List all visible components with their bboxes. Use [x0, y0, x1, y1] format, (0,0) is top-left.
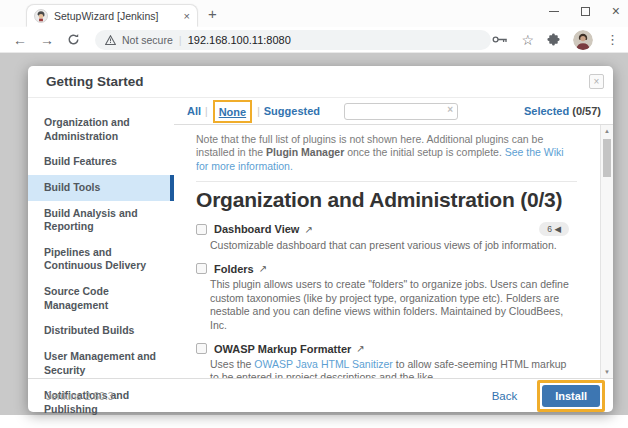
sidebar-item-organization-and-administration[interactable]: Organization and Administration — [28, 110, 174, 149]
owasp-sanitizer-link[interactable]: OWASP Java HTML Sanitizer — [254, 358, 392, 370]
sidebar-item-source-code-management[interactable]: Source Code Management — [28, 279, 174, 318]
window-maximize-button[interactable] — [581, 7, 590, 16]
plugin-search-input[interactable] — [344, 103, 458, 120]
select-all-link[interactable]: All — [187, 105, 201, 117]
filter-bar: All | None | Suggested × Selected — [174, 98, 613, 125]
address-bar[interactable]: Not secure | 192.168.100.11:8080 — [95, 30, 491, 50]
back-button[interactable]: Back — [492, 390, 518, 402]
sidebar-item-pipelines-and-continuous-delivery[interactable]: Pipelines and Continuous Delivery — [28, 240, 174, 279]
tab-title: SetupWizard [Jenkins] — [54, 10, 178, 22]
sidebar-item-build-analysis-and-reporting[interactable]: Build Analysis and Reporting — [28, 201, 174, 240]
note-text: once the initial setup is complete. — [344, 146, 505, 158]
browser-window: SetupWizard [Jenkins] × + × ← → — [0, 0, 628, 428]
back-icon[interactable]: ← — [13, 33, 27, 47]
browser-toolbar: ← → Not secure | 192.168.100.11:8080 — [0, 27, 628, 53]
tab-close-icon[interactable]: × — [184, 10, 190, 22]
jenkins-favicon-icon — [34, 9, 48, 23]
new-tab-button[interactable]: + — [208, 5, 217, 22]
plugin-description: This plugin allows users to create "fold… — [210, 278, 577, 333]
selected-link[interactable]: Selected — [524, 105, 569, 117]
dialog-close-icon[interactable]: × — [589, 74, 604, 89]
plugin-description: Uses the OWASP Java HTML Sanitizer to al… — [210, 358, 577, 378]
browser-tab[interactable]: SetupWizard [Jenkins] × — [26, 4, 198, 27]
warning-icon — [105, 35, 116, 45]
profile-avatar[interactable] — [573, 30, 593, 50]
sidebar-item-build-features[interactable]: Build Features — [28, 149, 174, 175]
browser-menu-icon[interactable]: ⋮ — [606, 33, 619, 46]
bookmark-star-icon[interactable]: ☆ — [521, 33, 534, 47]
dialog-title: Getting Started — [46, 74, 144, 89]
category-sidebar: Organization and Administration Build Fe… — [28, 98, 174, 378]
plugin-name[interactable]: Dashboard View — [214, 223, 299, 235]
selected-count: (0/57) — [572, 105, 601, 117]
annotation-box-install: Install — [537, 380, 605, 412]
plugin-name[interactable]: OWASP Markup Formatter — [214, 343, 351, 355]
filter-separator: | — [257, 106, 260, 117]
sidebar-item-distributed-builds[interactable]: Distributed Builds — [28, 318, 174, 344]
external-link-icon[interactable]: ↗ — [259, 263, 267, 274]
dialog-footer: Jenkins 2.60.3 Back Install — [28, 378, 613, 412]
plugin-note: Note that the full list of plugins is no… — [196, 133, 577, 182]
select-none-link[interactable]: None — [219, 106, 247, 118]
page-backdrop: Getting Started × Organization and Admin… — [0, 53, 628, 415]
getting-started-dialog: Getting Started × Organization and Admin… — [28, 66, 613, 412]
extensions-puzzle-icon[interactable] — [547, 33, 560, 46]
plugin-name[interactable]: Folders — [214, 263, 254, 275]
plugin-list: Note that the full list of plugins is no… — [174, 125, 613, 378]
external-link-icon[interactable]: ↗ — [304, 224, 312, 235]
select-suggested-link[interactable]: Suggested — [264, 105, 320, 117]
plugin-item-dashboard-view: Dashboard View ↗ 6 ◀ Customizable dashbo… — [196, 222, 577, 253]
install-button[interactable]: Install — [542, 385, 600, 407]
window-close-button[interactable]: × — [612, 6, 620, 16]
plugin-description: Customizable dashboard that can present … — [210, 239, 577, 253]
sidebar-item-build-tools[interactable]: Build Tools — [28, 175, 174, 201]
content-scrollbar[interactable]: ▲ ▼ — [600, 125, 613, 378]
forward-icon[interactable]: → — [40, 33, 54, 47]
search-clear-icon[interactable]: × — [447, 104, 453, 115]
reload-icon[interactable] — [67, 33, 80, 46]
external-link-icon[interactable]: ↗ — [356, 343, 364, 354]
tab-strip: SetupWizard [Jenkins] × + × — [0, 0, 628, 27]
checkbox-folders[interactable] — [196, 263, 207, 274]
plugin-item-folders: Folders ↗ This plugin allows users to cr… — [196, 263, 577, 333]
annotation-box-none: None — [213, 100, 253, 123]
scrollbar-down-icon[interactable]: ▼ — [601, 369, 613, 375]
password-key-icon[interactable] — [492, 35, 508, 44]
plugin-item-owasp-markup-formatter: OWASP Markup Formatter ↗ Uses the OWASP … — [196, 343, 577, 378]
dialog-header: Getting Started × — [28, 66, 613, 98]
filter-separator: | — [205, 106, 208, 117]
plugin-manager-label: Plugin Manager — [266, 146, 344, 158]
jenkins-version-label: Jenkins 2.60.3 — [46, 390, 114, 402]
checkbox-dashboard-view[interactable] — [196, 224, 207, 235]
window-minimize-button[interactable] — [549, 11, 559, 12]
match-count-badge: 6 ◀ — [539, 222, 569, 236]
checkbox-owasp-markup-formatter[interactable] — [196, 343, 207, 354]
not-secure-label[interactable]: Not secure — [122, 34, 173, 46]
scrollbar-thumb[interactable] — [603, 139, 611, 177]
scrollbar-up-icon[interactable]: ▲ — [601, 128, 613, 134]
section-title-organization: Organization and Administration (0/3) — [196, 188, 577, 212]
omnibox-separator: | — [179, 34, 182, 46]
description-text: Uses the — [210, 358, 254, 370]
url-text[interactable]: 192.168.100.11:8080 — [188, 34, 291, 46]
